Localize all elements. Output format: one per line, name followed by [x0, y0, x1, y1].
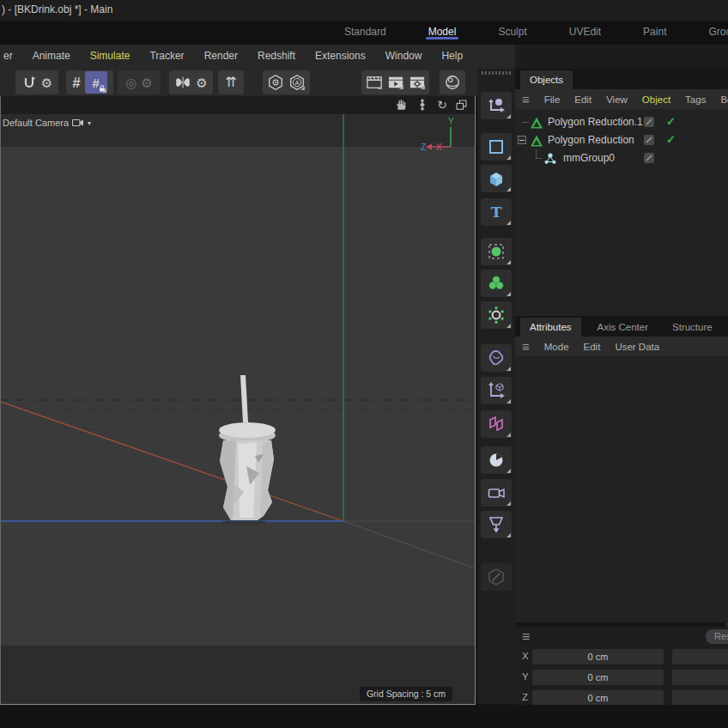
menu-item-cutoff[interactable]: er [2, 45, 15, 67]
hamburger-menu-icon[interactable]: ≡ [522, 340, 530, 353]
menu-animate[interactable]: Animate [31, 45, 72, 67]
z-position-field[interactable]: 0 cm [532, 690, 664, 706]
objects-menu-tags[interactable]: Tags [685, 94, 706, 105]
menu-render[interactable]: Render [203, 45, 240, 67]
menu-extensions[interactable]: Extensions [313, 45, 367, 67]
workplane-lock-button[interactable]: # [85, 71, 107, 94]
interactive-render-button[interactable] [440, 70, 465, 94]
objects-menu-file[interactable]: File [544, 94, 561, 105]
quantize-button-group[interactable]: # # [66, 70, 113, 94]
objects-menu-bar: ≡ File Edit View Object Tags Book [515, 89, 728, 109]
attributes-menu-mode[interactable]: Mode [544, 342, 569, 352]
render-play-button[interactable] [387, 75, 404, 90]
gizmo-x-label: X [436, 143, 442, 152]
drink-cup-model[interactable] [219, 375, 276, 525]
tab-attributes[interactable]: Attributes [520, 318, 581, 337]
tab-groom[interactable]: Groom [701, 21, 728, 41]
move-axis-tool-button[interactable] [481, 92, 512, 119]
generator-triangle-icon [530, 116, 543, 130]
cube-primitive-tool-button[interactable] [481, 165, 512, 192]
y-axis-label: Y [522, 671, 529, 682]
tab-standard[interactable]: Standard [337, 21, 394, 41]
z-secondary-field[interactable] [672, 690, 728, 706]
rotate-view-icon[interactable]: ↻ [437, 99, 447, 111]
dolly-icon[interactable] [416, 98, 429, 112]
volume-tool-button[interactable] [481, 270, 512, 297]
render-view-button[interactable] [366, 75, 383, 90]
enabled-check-icon[interactable]: ✓ [666, 133, 676, 146]
attributes-menu-edit[interactable]: Edit [584, 342, 601, 352]
x-position-field[interactable]: 0 cm [532, 649, 664, 664]
tree-row-polygon-reduction[interactable]: Polygon Reduction ✓ [515, 131, 728, 149]
edit-toggle-icon[interactable] [644, 153, 654, 163]
tab-sculpt[interactable]: Sculpt [490, 21, 534, 41]
hexagon-eye-icon [267, 74, 284, 91]
menu-window[interactable]: Window [384, 45, 424, 67]
generator-triangle-icon [530, 134, 543, 148]
objects-menu-bookmarks[interactable]: Book [720, 94, 728, 105]
hexagon-a-button[interactable]: A [288, 74, 306, 91]
camera-tool-icon [487, 483, 506, 502]
spline-blob-tool-button[interactable] [481, 344, 512, 372]
objects-menu-view[interactable]: View [606, 94, 628, 105]
bottom-strip [0, 705, 728, 728]
menu-help[interactable]: Help [440, 45, 464, 67]
edit-toggle-icon[interactable] [644, 135, 654, 145]
edit-pencil-hexagon-icon [487, 567, 506, 586]
edit-tool-button-disabled [481, 563, 512, 591]
reset-button[interactable]: Rese [706, 629, 728, 644]
palette-grip-handle[interactable] [482, 71, 511, 75]
deformer-tool-button[interactable] [481, 301, 512, 329]
text-tool-button[interactable]: T [481, 198, 512, 226]
camera-label[interactable]: Default Camera ▾ [3, 118, 91, 128]
axis-extension-line [343, 521, 475, 568]
edit-toggle-icon[interactable] [644, 117, 654, 127]
field-tool-button[interactable] [481, 238, 512, 265]
mograph-tool-button[interactable] [481, 410, 512, 438]
viewport-header: ↻ [1, 96, 475, 114]
tree-row-mmgroup0[interactable]: mmGroup0 [515, 149, 728, 167]
camera-tool-button[interactable] [481, 479, 512, 507]
window-title: ) - [BKDrink.obj *] - Main [2, 3, 112, 15]
arrange-button[interactable]: ⇈ [218, 70, 244, 94]
symmetry-button-group[interactable]: ⚙ [169, 70, 213, 94]
text-tool-icon: T [487, 203, 506, 221]
attributes-menu-user-data[interactable]: User Data [615, 342, 659, 352]
x-secondary-field[interactable] [672, 649, 728, 664]
tree-row-polygon-reduction-1[interactable]: Polygon Reduction.1 ✓ [515, 113, 728, 131]
hamburger-menu-icon[interactable]: ≡ [522, 93, 530, 106]
axis-gear-icon: ⚙ [141, 76, 152, 89]
menu-simulate[interactable]: Simulate [88, 45, 132, 67]
group-null-icon [543, 152, 557, 166]
spline-rectangle-tool-button[interactable] [481, 133, 512, 161]
viewport-3d-area[interactable] [1, 114, 475, 704]
y-position-field[interactable]: 0 cm [532, 670, 664, 685]
tab-structure[interactable]: Structure [663, 318, 722, 337]
objects-menu-edit[interactable]: Edit [574, 94, 592, 105]
menu-tracker[interactable]: Tracker [148, 45, 185, 67]
environment-tool-button[interactable] [481, 446, 512, 474]
tab-uvedit[interactable]: UVEdit [561, 21, 609, 41]
objects-menu-object[interactable]: Object [642, 94, 670, 105]
tab-paint[interactable]: Paint [635, 21, 674, 41]
tab-model[interactable]: Model [421, 21, 464, 41]
viewport-scene [1, 114, 475, 704]
y-secondary-field[interactable] [672, 670, 728, 685]
toggle-view-icon[interactable] [455, 99, 468, 112]
menu-bar: er Animate Simulate Tracker Render Redsh… [0, 45, 515, 69]
x-axis-line [1, 402, 343, 521]
render-settings-button[interactable] [409, 75, 426, 90]
render-button-group[interactable] [361, 70, 429, 94]
tab-axis-center[interactable]: Axis Center [588, 318, 658, 337]
instance-tool-button[interactable] [481, 377, 512, 404]
asset-button-group[interactable]: A [263, 70, 310, 94]
floor-drop-tool-button[interactable] [481, 511, 512, 538]
hamburger-menu-icon[interactable]: ≡ [522, 630, 530, 644]
collapse-expander-icon[interactable] [518, 136, 526, 144]
snap-button-group[interactable]: ⚙ [15, 70, 58, 94]
tab-objects[interactable]: Objects [520, 70, 573, 89]
interactive-render-icon [444, 74, 461, 91]
menu-redshift[interactable]: Redshift [256, 45, 297, 67]
pan-hand-icon[interactable] [394, 98, 408, 112]
enabled-check-icon[interactable]: ✓ [666, 115, 676, 128]
